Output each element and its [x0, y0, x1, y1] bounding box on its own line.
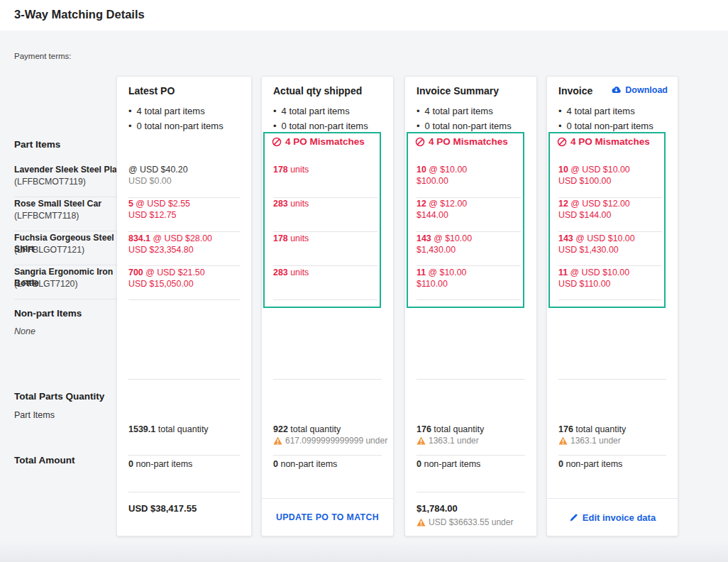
- item-subtotal: USD $144.00: [558, 209, 669, 221]
- download-invoice-link[interactable]: Download: [611, 85, 668, 95]
- three-way-matching-page: 3-Way Matching Details Payment terms: Pa…: [0, 0, 728, 562]
- po-mismatch-badge: 4 PO Mismatches: [272, 136, 365, 147]
- divider: [128, 379, 240, 380]
- warning-icon: [558, 436, 568, 445]
- item-line: 11 @ USD $10.00: [558, 267, 669, 278]
- item-line: 143 @ $10.00: [417, 233, 528, 244]
- item-line: 10 @ USD $10.00: [558, 164, 669, 175]
- item-subtotal: $110.00: [417, 278, 528, 290]
- row-labels-sidebar: Part Items Lavender Sleek Steel Plate (L…: [14, 76, 126, 536]
- item-subtotal: USD $23,354.80: [128, 244, 243, 255]
- warning-icon: [273, 436, 282, 445]
- item-subtotal: USD $1,430.00: [558, 244, 669, 255]
- amount-under-warning: USD $36633.55 under: [417, 517, 513, 527]
- total-amount: $1,784.00: [417, 503, 458, 514]
- total-quantity: 176 total quantity: [558, 424, 626, 434]
- card-title: Actual qty shipped: [273, 85, 362, 97]
- part-item-code: (LFFBCMT7118): [14, 210, 126, 221]
- latest-po-card: Latest PO 4 total part items 0 total non…: [116, 76, 252, 536]
- pencil-icon: [569, 513, 578, 522]
- total-non-part-items-bullet: 0 total non-part items: [273, 120, 387, 132]
- item-subtotal: USD $0.00: [128, 175, 243, 187]
- part-item-code: (LFFBLGOT7121): [14, 244, 126, 255]
- no-entry-icon: [557, 137, 567, 147]
- non-part-count: 0 non-part items: [558, 459, 622, 469]
- item-subtotal: USD $110.00: [558, 278, 669, 290]
- item-subtotal: $1,430.00: [417, 244, 528, 255]
- update-po-to-match-button[interactable]: UPDATE PO TO MATCH: [276, 512, 379, 522]
- item-line: 10 @ $10.00: [417, 164, 528, 175]
- total-part-items-bullet: 4 total part items: [417, 105, 531, 117]
- total-part-items-bullet: 4 total part items: [558, 105, 672, 117]
- item-subtotal: $100.00: [417, 175, 528, 187]
- item-subtotal: USD $15,050.00: [128, 278, 243, 290]
- divider: [128, 231, 240, 232]
- divider: [273, 379, 382, 380]
- total-amount: USD $38,417.55: [128, 503, 197, 514]
- no-entry-icon: [415, 137, 425, 147]
- card-title: Invoice Summary: [417, 85, 499, 97]
- divider: [417, 231, 521, 232]
- cloud-download-icon: [611, 86, 622, 94]
- non-part-items-value: None: [14, 326, 35, 336]
- item-line: 700 @ USD $21.50: [128, 267, 243, 278]
- item-line: 834.1 @ USD $28.00: [128, 233, 243, 244]
- divider: [273, 455, 382, 456]
- part-item-name: Rose Small Steel Car: [14, 198, 126, 209]
- total-quantity: 1539.1 total quantity: [128, 424, 209, 434]
- divider: [273, 231, 377, 232]
- divider: [558, 455, 666, 456]
- divider: [417, 379, 525, 380]
- po-mismatch-badge: 4 PO Mismatches: [557, 136, 650, 147]
- card-title: Latest PO: [128, 85, 175, 97]
- item-subtotal: USD $100.00: [558, 175, 669, 187]
- item-line: 143 @ USD $10.00: [558, 233, 669, 244]
- divider: [128, 455, 240, 456]
- divider: [14, 231, 125, 231]
- total-parts-quantity-heading: Total Parts Quantity: [14, 391, 104, 402]
- non-part-count: 0 non-part items: [417, 459, 480, 469]
- actual-qty-shipped-card: Actual qty shipped 4 total part items 0 …: [261, 76, 394, 536]
- total-part-items-bullet: 4 total part items: [128, 105, 246, 117]
- total-parts-sub-label: Part Items: [14, 410, 55, 420]
- divider: [14, 197, 125, 197]
- invoice-card: Invoice Download 4 total part items 0 to…: [546, 76, 678, 536]
- card-footer: Edit invoice data: [547, 498, 678, 536]
- divider: [273, 299, 377, 300]
- divider: [558, 265, 662, 266]
- total-part-items-bullet: 4 total part items: [273, 105, 387, 117]
- part-item-code: (LFFBLGT7120): [14, 278, 126, 290]
- edit-invoice-data-button[interactable]: Edit invoice data: [569, 512, 656, 523]
- item-line: 283 units: [273, 198, 385, 209]
- total-quantity: 176 total quantity: [417, 424, 484, 434]
- part-item-code: (LFFBCMOT7119): [14, 176, 126, 187]
- divider: [417, 492, 525, 492]
- divider: [14, 299, 125, 299]
- divider: [558, 299, 662, 300]
- card-footer: UPDATE PO TO MATCH: [262, 498, 393, 536]
- matching-panel: Payment terms: Part Items Lavender Sleek…: [0, 31, 728, 562]
- item-line: 178 units: [273, 233, 385, 244]
- total-non-part-items-bullet: 0 total non-part items: [558, 120, 672, 132]
- item-line: 178 units: [273, 164, 385, 175]
- total-amount-heading: Total Amount: [14, 455, 75, 465]
- total-non-part-items-bullet: 0 total non-part items: [128, 120, 246, 132]
- part-item-name: Lavender Sleek Steel Plate: [14, 164, 126, 175]
- po-mismatch-badge: 4 PO Mismatches: [415, 136, 508, 147]
- quantity-under-warning: 1363.1 under: [558, 436, 621, 446]
- card-title: Invoice: [558, 85, 592, 97]
- divider: [558, 231, 662, 232]
- mismatch-highlight-box: [263, 132, 381, 308]
- warning-icon: [417, 436, 426, 445]
- item-line: 5 @ USD $2.55: [128, 198, 243, 209]
- warning-icon: [417, 518, 426, 527]
- non-part-count: 0 non-part items: [128, 459, 192, 469]
- non-part-items-heading: Non-part Items: [14, 308, 82, 319]
- divider: [128, 492, 240, 492]
- quantity-under-warning: 1363.1 under: [417, 436, 479, 446]
- item-subtotal: USD $12.75: [128, 209, 243, 221]
- divider: [273, 265, 377, 266]
- divider: [417, 455, 525, 456]
- payment-terms-label: Payment terms:: [14, 52, 72, 60]
- divider: [128, 299, 240, 300]
